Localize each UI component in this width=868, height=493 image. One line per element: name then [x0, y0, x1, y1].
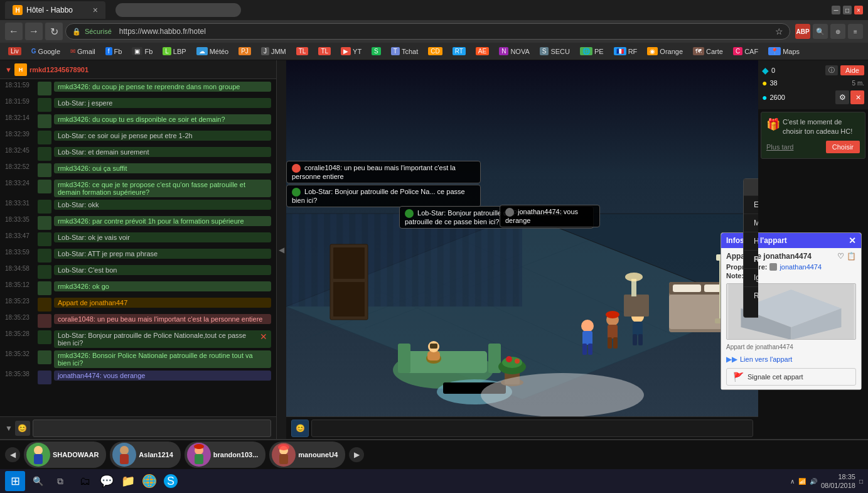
tab-close-button[interactable]: × [93, 5, 98, 15]
context-menu-more[interactable]: ▼ [744, 305, 758, 317]
bookmark-liv[interactable]: Liv [4, 46, 26, 57]
bookmark-orange-icon: ◉ [647, 47, 658, 55]
room-info-close-button[interactable]: ✕ [849, 236, 856, 246]
bookmark-jmm[interactable]: JJMM [257, 46, 291, 57]
chat-emoji-button[interactable]: 😊 [15, 421, 30, 436]
chat-collapse-icon[interactable]: ▼ [5, 424, 13, 433]
chat-group-icon: H [14, 63, 27, 76]
choose-button[interactable]: Choisir [826, 141, 860, 153]
bookmark-maps[interactable]: 📍Maps [764, 46, 804, 57]
tab-title: Hôtel - Habbo [26, 6, 73, 14]
nav-forward-button[interactable]: → [25, 23, 43, 40]
bookmark-gmail-text: Gmail [77, 48, 95, 55]
chat-text-input[interactable] [33, 420, 271, 437]
bookmark-caf[interactable]: CCAF [729, 46, 763, 57]
room-share-icon[interactable]: 📋 [847, 252, 856, 261]
bookmark-rt[interactable]: RT [448, 46, 470, 57]
player-slot-brandon[interactable]: brandon103... [185, 442, 266, 468]
extensions-button[interactable]: ABP [795, 24, 810, 39]
player-slot-aslan[interactable]: Aslan1214 [110, 442, 180, 468]
nav-back-button[interactable]: ← [5, 23, 23, 40]
panel-collapse-button[interactable]: ◀ [276, 60, 286, 439]
game-area[interactable]: coralie1048: un peu beau mais l'importan… [286, 60, 758, 439]
nav-reload-button[interactable]: ↻ [45, 23, 63, 40]
later-button[interactable]: Plus tard [766, 141, 793, 153]
bookmark-nova[interactable]: NNOVA [495, 46, 534, 57]
window-close-button[interactable]: × [854, 6, 863, 14]
room-link[interactable]: ▶▶ Lien vers l'appart [726, 353, 856, 366]
windows-pinned-skype[interactable]: S [161, 471, 181, 491]
nav-extra1[interactable]: ⊕ [830, 24, 845, 39]
bookmark-secu[interactable]: SSECU [535, 46, 574, 57]
svg-rect-15 [399, 351, 487, 373]
bookmark-cd[interactable]: CD [424, 46, 446, 57]
bubble-lobstar2-avatar [405, 209, 414, 218]
bookmark-fb[interactable]: fFb [101, 46, 127, 57]
delete-message-button[interactable]: ✕ [260, 332, 267, 347]
bookmark-ae[interactable]: AE [471, 46, 493, 57]
player-slot-manoune[interactable]: manouneU4 [269, 442, 345, 468]
players-next-button[interactable]: ▶ [349, 447, 364, 462]
window-minimize-button[interactable]: ─ [832, 6, 840, 14]
hud-diamonds-row: ◆ 0 ⓘ Aide [762, 64, 864, 77]
signal-room-button[interactable]: 🚩 Signale cet appart [726, 368, 856, 386]
search-icon-btn[interactable]: 🔍 [813, 24, 828, 39]
hud-red-button[interactable]: ✕ [850, 90, 864, 104]
address-bar[interactable]: 🔒 Sécurisé https://www.habbo.fr/hotel ☆ [65, 23, 790, 40]
context-menu-item-respect[interactable]: Hey respect! (3) [744, 232, 758, 250]
hud-aide-button[interactable]: Aide [840, 65, 864, 75]
bookmark-fb2[interactable]: ▣Fb [127, 46, 157, 57]
hud-gear-button[interactable]: ⚙ [835, 90, 849, 104]
bookmark-caf-icon: C [733, 47, 742, 55]
bookmark-star-icon[interactable]: ☆ [775, 26, 783, 36]
avatar [38, 147, 51, 161]
tray-up-arrow-icon[interactable]: ∧ [790, 478, 795, 485]
bookmark-fb-label: f [105, 47, 112, 55]
hud-coins-value: 38 [769, 79, 777, 87]
bookmark-tchat[interactable]: TTchat [387, 46, 422, 57]
windows-pinned-files[interactable]: 🗂 [75, 471, 95, 491]
windows-clock: 18:35 08/01/2018 [821, 472, 855, 490]
windows-pinned-chat[interactable]: 💬 [97, 471, 117, 491]
context-menu-item-relation[interactable]: Relation ▶ [744, 250, 758, 268]
windows-start-button[interactable]: ⊞ [5, 471, 25, 491]
bookmark-s[interactable]: S [367, 46, 385, 57]
browser-tab[interactable]: H Hôtel - Habbo × [5, 1, 105, 19]
nav-icons: ABP 🔍 ⊕ ≡ [795, 24, 863, 39]
hud-currency: ◆ 0 ⓘ Aide ● 38 5 m. ● 2600 ⚙ ✕ [758, 60, 868, 109]
context-menu-item-echanger[interactable]: Echanger [744, 195, 758, 214]
bookmark-meteo[interactable]: ☁Météo [192, 46, 233, 57]
avatar [38, 200, 51, 214]
game-chat-input[interactable] [311, 420, 753, 437]
tray-notif-icon[interactable]: □ [859, 478, 863, 485]
context-menu-item-rapporter[interactable]: Rapporter [744, 286, 758, 305]
players-prev-button[interactable]: ◀ [5, 447, 20, 462]
nav-extra2[interactable]: ≡ [848, 24, 863, 39]
hud-info-button[interactable]: ⓘ [825, 65, 838, 75]
windows-pinned-folder[interactable]: 📁 [118, 471, 138, 491]
bookmark-lbp[interactable]: LLBP [158, 46, 190, 57]
bookmark-tl2[interactable]: TL [314, 46, 335, 57]
windows-taskbar: ⊞ 🔍 ⧉ 🗂 💬 📁 🌐 S ∧ 📶 🔊 18:35 08/01/2018 □ [0, 469, 868, 493]
bookmark-pj[interactable]: PJ [234, 46, 255, 57]
bookmark-orange[interactable]: ◉Orange [643, 46, 687, 57]
player-avatar-brandon [187, 443, 211, 467]
bookmark-gmail[interactable]: ✉Gmail [66, 46, 100, 57]
windows-search-button[interactable]: 🔍 [28, 471, 48, 491]
bookmark-secu-text: SECU [550, 48, 570, 55]
bookmark-yt[interactable]: ▶YT [336, 46, 366, 57]
bookmark-google[interactable]: GGoogle [27, 46, 65, 57]
context-menu-item-ignorer[interactable]: Ignorer [744, 268, 758, 286]
chat-bubble: Lob-Star: okk [54, 200, 271, 210]
player-slot-shadowaar[interactable]: SHADOWAAR [24, 442, 106, 468]
bookmark-pe[interactable]: 🌐PE [576, 46, 608, 57]
context-menu-item-murmurer[interactable]: Murmurer [744, 214, 758, 232]
windows-pinned-browser[interactable]: 🌐 [139, 471, 159, 491]
windows-taskview-button[interactable]: ⧉ [50, 471, 70, 491]
bookmark-tl[interactable]: TL [292, 46, 313, 57]
room-heart-icon[interactable]: ♡ [837, 252, 844, 261]
bookmark-carte[interactable]: 🗺Carte [689, 46, 727, 57]
game-emoji-button[interactable]: 😊 [291, 420, 309, 437]
window-maximize-button[interactable]: □ [843, 6, 852, 14]
bookmark-rf[interactable]: 🇫🇷RF [609, 46, 642, 57]
